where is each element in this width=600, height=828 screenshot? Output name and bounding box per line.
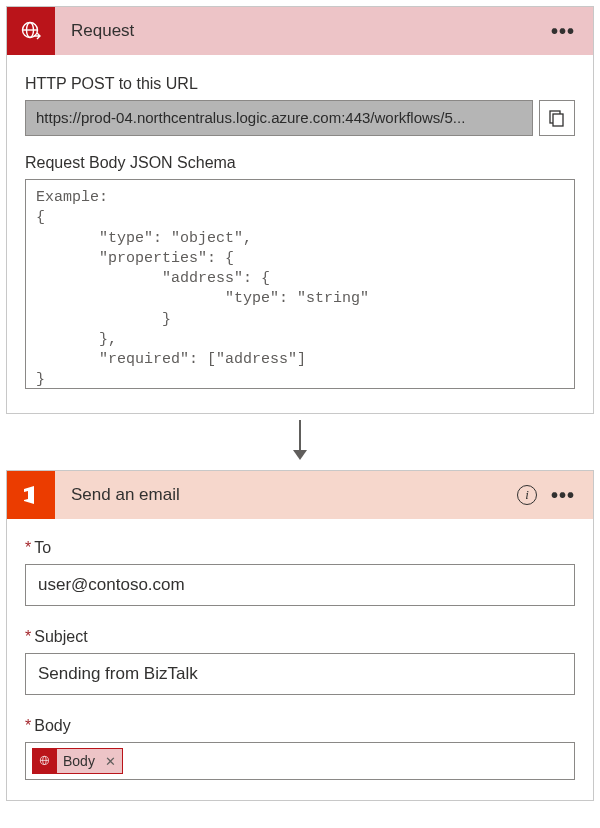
email-card-body: *To *Subject *Body Body ✕ (7, 519, 593, 800)
flow-arrow (0, 420, 600, 464)
subject-label: *Subject (25, 628, 575, 646)
globe-icon (19, 19, 43, 43)
svg-rect-4 (553, 114, 563, 126)
body-label: *Body (25, 717, 575, 735)
to-input[interactable] (25, 564, 575, 606)
email-title: Send an email (55, 485, 517, 505)
copy-icon (548, 109, 566, 127)
email-card: Send an email i ••• *To *Subject *Body B… (6, 470, 594, 801)
request-card: Request ••• HTTP POST to this URL https:… (6, 6, 594, 414)
chip-remove-button[interactable]: ✕ (99, 754, 122, 769)
request-icon (7, 7, 55, 55)
request-card-body: HTTP POST to this URL https://prod-04.no… (7, 55, 593, 413)
chip-label: Body (63, 753, 99, 769)
email-more-menu[interactable]: ••• (551, 484, 575, 507)
url-label: HTTP POST to this URL (25, 75, 575, 93)
schema-textarea[interactable]: Example: { "type": "object", "properties… (25, 179, 575, 389)
email-icon-box (7, 471, 55, 519)
schema-label: Request Body JSON Schema (25, 154, 575, 172)
request-card-header: Request ••• (7, 7, 593, 55)
email-info-button[interactable]: i (517, 485, 537, 505)
body-input[interactable]: Body ✕ (25, 742, 575, 780)
email-card-header: Send an email i ••• (7, 471, 593, 519)
office-icon (20, 484, 42, 506)
arrow-down-icon (288, 420, 312, 464)
subject-input[interactable] (25, 653, 575, 695)
url-input[interactable]: https://prod-04.northcentralus.logic.azu… (25, 100, 533, 136)
copy-url-button[interactable] (539, 100, 575, 136)
to-label: *To (25, 539, 575, 557)
request-more-menu[interactable]: ••• (551, 20, 575, 43)
chip-request-icon (33, 749, 57, 773)
body-token-chip[interactable]: Body ✕ (32, 748, 123, 774)
request-title: Request (55, 21, 551, 41)
